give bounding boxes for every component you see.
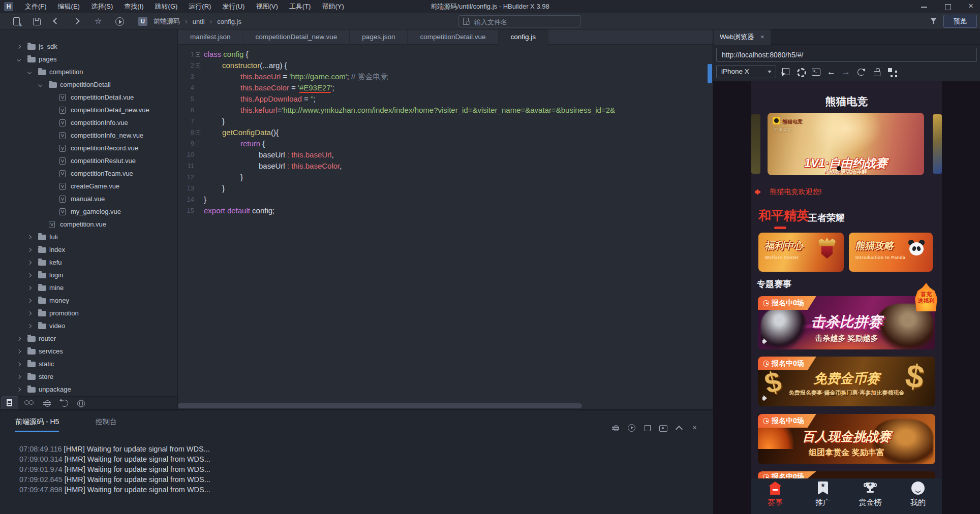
devtools-console-icon[interactable]: [811, 68, 820, 77]
sync-view-icon[interactable]: [60, 399, 70, 408]
save-icon[interactable]: [32, 17, 41, 26]
fold-marker-icon[interactable]: [196, 131, 200, 135]
forward-icon[interactable]: [73, 18, 80, 24]
menu-item-运[interactable]: 运行(R): [183, 0, 217, 13]
chevron-down-icon[interactable]: [17, 57, 21, 61]
event-banner-2[interactable]: $$免费金币赛免费报名赛事·赚金币换门票·再参加比赛领现金报名中0场: [758, 357, 935, 406]
sidebar-item-kefu[interactable]: kefu: [0, 256, 177, 269]
maximize-icon[interactable]: [942, 2, 954, 11]
sidebar-item-static[interactable]: static: [0, 358, 177, 371]
console-debug-icon[interactable]: [611, 424, 620, 432]
menu-item-跳[interactable]: 跳转(G): [149, 0, 183, 13]
nav-forward-icon[interactable]: →: [842, 68, 851, 77]
sidebar-item-money[interactable]: money: [0, 295, 177, 307]
chevron-right-icon[interactable]: [27, 286, 32, 290]
chevron-right-icon[interactable]: [17, 45, 21, 49]
refresh-icon[interactable]: [856, 68, 866, 77]
device-select[interactable]: iPhone X: [716, 65, 776, 78]
chevron-right-icon[interactable]: [27, 235, 32, 239]
menu-item-查[interactable]: 查找(I): [118, 0, 149, 13]
sidebar-item-my_gamelog.vue[interactable]: Vmy_gamelog.vue: [0, 206, 177, 218]
editor-tab-config.js[interactable]: config.js: [499, 29, 549, 45]
sidebar-item-competition[interactable]: competition: [0, 66, 177, 79]
menu-item-编[interactable]: 编辑(E): [52, 0, 85, 13]
sidebar-item-manual.vue[interactable]: Vmanual.vue: [0, 193, 177, 206]
sidebar-item-fuli[interactable]: fuli: [0, 231, 177, 244]
sidebar-item-competitionDetail_new.vue[interactable]: VcompetitionDetail_new.vue: [0, 104, 177, 117]
nav-item-推广[interactable]: 推广: [803, 478, 843, 514]
editor-tab-manifest.json[interactable]: manifest.json: [178, 29, 243, 45]
code-area[interactable]: 1class config {2constructor(...arg) {3th…: [178, 45, 706, 402]
sidebar-item-competitionReslut.vue[interactable]: VcompetitionReslut.vue: [0, 155, 177, 168]
sidebar-item-competitionInfo_new.vue[interactable]: VcompetitionInfo_new.vue: [0, 130, 177, 142]
menu-item-选[interactable]: 选择(S): [85, 0, 118, 13]
carousel-main-slide[interactable]: 熊猫电竞 王者荣耀 1V1·自由约战赛 约战赛事玩法详解: [768, 113, 924, 175]
nav-back-icon[interactable]: ←: [827, 68, 836, 77]
fold-marker-icon[interactable]: [196, 142, 200, 146]
search-input[interactable]: 输入文件名: [458, 15, 580, 27]
chevron-right-icon[interactable]: [17, 349, 21, 354]
chevron-right-icon[interactable]: [17, 337, 21, 341]
console-collapse-icon[interactable]: [675, 424, 683, 432]
event-banner-partial[interactable]: 报名中0场: [758, 471, 935, 478]
console-stop-icon[interactable]: [643, 424, 652, 432]
chevron-right-icon[interactable]: [27, 248, 32, 252]
nav-item-我的[interactable]: 我的: [898, 478, 938, 514]
files-view-icon[interactable]: [5, 399, 15, 408]
console-tab-console[interactable]: 控制台: [96, 417, 117, 427]
menu-item-文[interactable]: 文件(F): [19, 0, 52, 13]
card-welfare-center[interactable]: 福利中心 Welfare Center: [758, 233, 844, 272]
event-banner-3[interactable]: 百人现金挑战赛组团拿赏金 奖励丰富报名中0场: [758, 414, 935, 464]
sidebar-item-unpackage[interactable]: unpackage: [0, 383, 177, 396]
editor-tab-competitionDetail.vue[interactable]: competitionDetail.vue: [408, 29, 498, 45]
breadcrumb-item[interactable]: config.js: [216, 18, 242, 25]
sidebar-item-competition.vue[interactable]: Vcompetition.vue: [0, 218, 177, 231]
sidebar-item-competitionInfo.vue[interactable]: VcompetitionInfo.vue: [0, 117, 177, 130]
browser-tab[interactable]: Web浏览器×: [714, 29, 771, 45]
minimize-icon[interactable]: [919, 2, 930, 11]
web-view-icon[interactable]: [76, 399, 86, 408]
menu-item-视[interactable]: 视图(V): [250, 0, 283, 13]
preview-button[interactable]: 预览: [943, 15, 977, 28]
sidebar-item-promotion[interactable]: promotion: [0, 307, 177, 320]
run-icon[interactable]: [115, 17, 125, 26]
filter-funnel-icon[interactable]: [930, 18, 937, 25]
sidebar-item-index[interactable]: index: [0, 244, 177, 256]
gear-icon[interactable]: [797, 68, 806, 77]
console-restart-icon[interactable]: [627, 424, 636, 432]
fold-marker-icon[interactable]: [196, 52, 200, 57]
editor-horizontal-scrollbar[interactable]: [178, 403, 582, 408]
url-input[interactable]: http://localhost:8080/h5/#/: [716, 48, 977, 62]
banner-carousel[interactable]: 熊猫电竞 王者荣耀 1V1·自由约战赛 约战赛事玩法详解: [751, 113, 942, 175]
sidebar-item-login[interactable]: login: [0, 269, 177, 282]
chevron-down-icon[interactable]: [38, 83, 42, 87]
sidebar-item-video[interactable]: video: [0, 320, 177, 333]
sidebar-item-router[interactable]: router: [0, 333, 177, 345]
chevron-right-icon[interactable]: [17, 362, 21, 366]
sidebar-item-competitionDetail[interactable]: competitionDetail: [0, 79, 177, 91]
editor-vertical-scrollbar[interactable]: [708, 64, 712, 83]
sidebar-item-competitionTeam.vue[interactable]: VcompetitionTeam.vue: [0, 168, 177, 180]
nav-item-赛事[interactable]: 赛事: [755, 478, 795, 514]
chevron-right-icon[interactable]: [27, 311, 32, 315]
console-snapshot-icon[interactable]: [659, 424, 667, 432]
menu-item-工[interactable]: 工具(T): [284, 0, 317, 13]
editor-tab-competitionDetail_new.vue[interactable]: competitionDetail_new.vue: [243, 29, 350, 45]
sidebar-item-pages[interactable]: pages: [0, 53, 177, 66]
menu-item-发[interactable]: 发行(U): [217, 0, 250, 13]
chevron-right-icon[interactable]: [17, 375, 21, 379]
close-icon[interactable]: [966, 2, 977, 11]
browser-tab-close-icon[interactable]: ×: [760, 33, 764, 41]
nav-item-赏金榜[interactable]: 赏金榜: [850, 478, 891, 514]
tab-game-wangzherongyao[interactable]: 王者荣耀: [808, 212, 845, 224]
fold-marker-icon[interactable]: [196, 63, 200, 68]
sidebar-item-store[interactable]: store: [0, 371, 177, 383]
editor-tab-pages.json[interactable]: pages.json: [350, 29, 408, 45]
chevron-right-icon[interactable]: [17, 388, 21, 392]
bookmark-star-icon[interactable]: ☆: [95, 17, 104, 26]
sidebar-item-competitionDetail.vue[interactable]: VcompetitionDetail.vue: [0, 91, 177, 104]
sidebar-item-mine[interactable]: mine: [0, 282, 177, 295]
sidebar-item-js_sdk[interactable]: js_sdk: [0, 41, 177, 53]
console-tab-app[interactable]: 前端源码 - H5: [15, 417, 59, 427]
sidebar-item-createGame.vue[interactable]: VcreateGame.vue: [0, 180, 177, 193]
